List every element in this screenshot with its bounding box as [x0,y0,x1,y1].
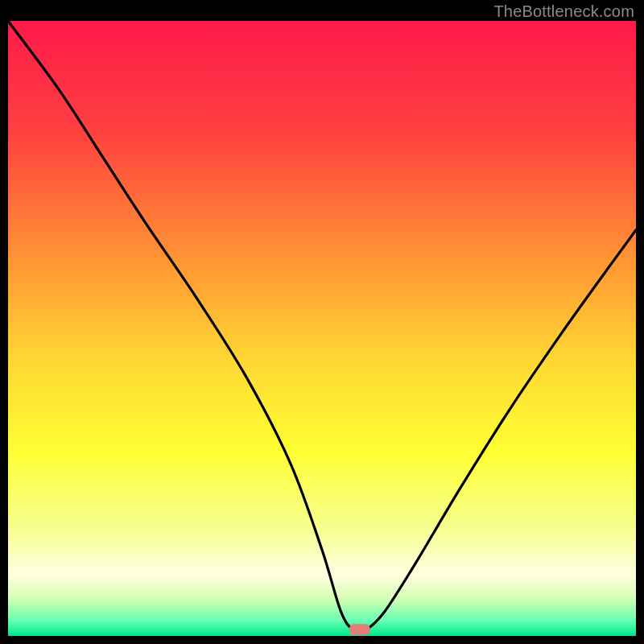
optimal-marker [349,624,370,635]
watermark-text: TheBottleneck.com [493,2,634,21]
gradient-background [8,21,636,636]
bottleneck-chart [8,21,636,636]
chart-frame [8,21,636,636]
